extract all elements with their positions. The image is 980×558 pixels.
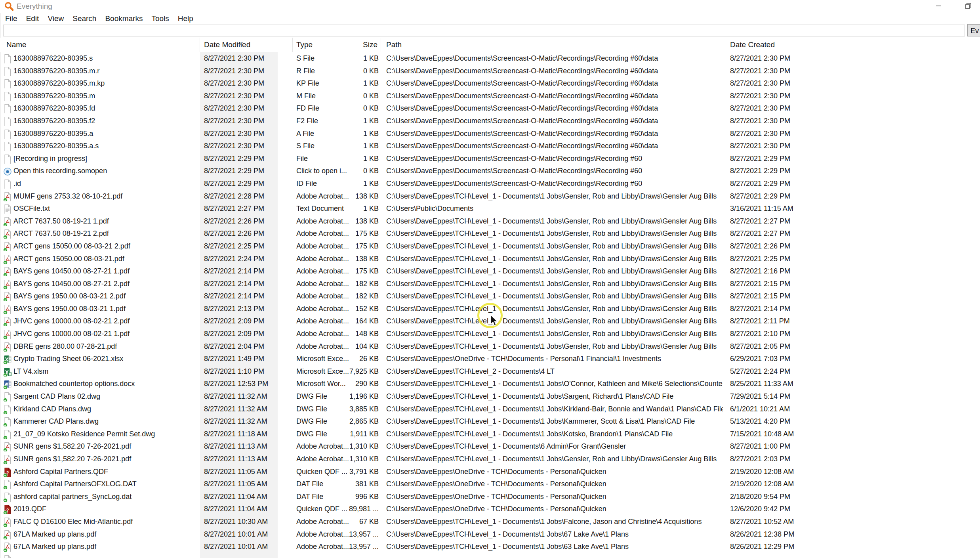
file-type: Quicken QDF ...: [296, 503, 349, 516]
file-size: 290 KB: [349, 378, 379, 390]
date-created: 8/27/2021 2:15 PM: [730, 278, 819, 290]
filter-dropdown-button[interactable]: Ev: [967, 24, 980, 36]
file-row[interactable]: 21_07_09 Kotsko Residence Permit Set.dwg…: [0, 428, 980, 441]
column-header-name[interactable]: Name: [0, 38, 200, 52]
file-list: 1630088976220-80395.s8/27/2021 2:30 PMS …: [0, 52, 980, 558]
file-row[interactable]: 67LA Marked up plans.pdf8/27/2021 10:01 …: [0, 541, 980, 553]
date-created: 8/27/2021 2:14 PM: [730, 303, 819, 315]
date-modified: 8/27/2021 2:04 PM: [204, 340, 291, 353]
pdf-file-icon: [3, 229, 13, 239]
file-name: BAYS gens 1950.00 08-03-21 1.pdf: [13, 303, 199, 315]
date-modified: 8/27/2021 11:32 AM: [204, 415, 291, 428]
file-row[interactable]: 67LA Marked up plans.pdf8/27/2021 10:01 …: [0, 528, 980, 541]
file-row[interactable]: JHVC gens 10000.00 08-02-21 2.pdf8/27/20…: [0, 315, 980, 328]
file-size: 138 KB: [349, 190, 379, 203]
file-row[interactable]: FALC Q D16100 Elec Mid-Atlantic.pdf8/27/…: [0, 516, 980, 528]
file-row[interactable]: BAYS gens 1950.00 08-03-21 2.pdf8/27/202…: [0, 290, 980, 303]
file-size: 1 KB: [349, 128, 379, 140]
date-created: 8/27/2021 2:29 PM: [730, 178, 819, 190]
file-row[interactable]: BAYS gens 10450.00 08-27-21 2.pdf8/27/20…: [0, 278, 980, 290]
file-row[interactable]: DBRE gens 280.00 07-28-21.pdf8/27/2021 2…: [0, 340, 980, 353]
date-modified: 8/27/2021 2:30 PM: [204, 90, 291, 103]
file-row[interactable]: Crypto Trading Sheet 06-2021.xlsx8/27/20…: [0, 353, 980, 365]
search-input[interactable]: [3, 25, 965, 36]
file-row[interactable]: ARCT 7637.50 08-19-21 2.pdf8/27/2021 2:2…: [0, 227, 980, 240]
file-row[interactable]: Ashford Capital PartnersOFXLOG.DAT8/27/2…: [0, 478, 980, 491]
file-name: 67LA Marked up plans.pdf: [13, 541, 199, 553]
file-type: Adobe Acrobat...: [296, 303, 349, 315]
file-row[interactable]: ?2019.QDF8/27/2021 11:04 AMQuicken QDF .…: [0, 503, 980, 516]
file-row[interactable]: 1630088976220-80395.a.s8/27/2021 2:30 PM…: [0, 140, 980, 153]
file-row[interactable]: BAYS gens 1950.00 08-03-21 1.pdf8/27/202…: [0, 303, 980, 315]
file-row[interactable]: Sargent CAD Plans 02.dwg8/27/2021 11:32 …: [0, 390, 980, 403]
file-row[interactable]: BAYS gens 10450.00 08-27-21 1.pdf8/27/20…: [0, 265, 980, 278]
file-name: 2019.QDF: [13, 503, 199, 516]
file-row[interactable]: ARCT gens 15050.00 08-03-21 2.pdf8/27/20…: [0, 240, 980, 253]
date-modified: [204, 553, 291, 558]
file-size: 148 KB: [349, 328, 379, 340]
file-row[interactable]: 1630088976220-80395.s8/27/2021 2:30 PMS …: [0, 52, 980, 65]
file-name: Kirkland CAD Plans.dwg: [13, 403, 199, 416]
dat-file-icon: [3, 492, 13, 502]
file-row[interactable]: 1630088976220-80395.m.kp8/27/2021 2:30 P…: [0, 77, 980, 90]
date-created: 5/13/2021 4:20 PM: [730, 415, 819, 428]
dwg-file-icon: [3, 417, 13, 426]
file-row[interactable]: ARCT 7637.50 08-19-21 1.pdf8/27/2021 2:2…: [0, 215, 980, 228]
column-header-type[interactable]: Type: [293, 38, 350, 52]
date-modified: 8/27/2021 11:13 AM: [204, 453, 291, 466]
pdf-file-icon: [3, 342, 13, 352]
file-path: C:\Users\DaveEppes\TCH\Level_1 - Documen…: [386, 265, 723, 278]
column-header-date-created[interactable]: Date Created: [724, 38, 815, 52]
menu-item-tools[interactable]: Tools: [147, 13, 173, 24]
file-row[interactable]: 1630088976220-80395.m8/27/2021 2:30 PMM …: [0, 90, 980, 103]
file-row[interactable]: ARCT gens 15050.00 08-03-21.pdf8/27/2021…: [0, 253, 980, 266]
file-type: Microsoft Exce...: [296, 365, 349, 378]
file-row[interactable]: .id8/27/2021 2:29 PMID File1 KBC:\Users\…: [0, 178, 980, 190]
file-row[interactable]: SUNR gens $1,582.20 7-26-2021.pdf8/27/20…: [0, 440, 980, 453]
menu-item-help[interactable]: Help: [174, 13, 198, 24]
file-row[interactable]: Open this recording.somopen8/27/2021 2:2…: [0, 165, 980, 178]
date-created: 8/27/2021 2:30 PM: [730, 65, 819, 78]
file-row[interactable]: SUNR gens $1,582.20 7-26-2021.pdf8/27/20…: [0, 453, 980, 466]
file-row[interactable]: ?Ashford Capital Partners.QDF8/27/2021 1…: [0, 466, 980, 478]
file-row[interactable]: LT V4.xlsm8/27/2021 1:10 PMMicrosoft Exc…: [0, 365, 980, 378]
file-row[interactable]: OSCFile.txt8/27/2021 2:27 PMText Documen…: [0, 203, 980, 215]
file-path: C:\Users\DaveEppes\TCH\Level_1 - Documen…: [386, 453, 723, 466]
date-created: 8/27/2021 2:10 PM: [730, 328, 819, 340]
file-row[interactable]: 1630088976220-80395.a8/27/2021 2:30 PMA …: [0, 128, 980, 140]
file-row[interactable]: JHVC gens 10000.00 08-02-21 1.pdf8/27/20…: [0, 328, 980, 340]
pdf-file-icon: [3, 304, 13, 314]
file-row[interactable]: [Recording in progress]8/27/2021 2:29 PM…: [0, 153, 980, 165]
minimize-button[interactable]: [927, 0, 951, 12]
file-size: 1,310 KB: [349, 453, 379, 466]
file-path: C:\Users\DaveEppes\TCH\Level_1 - Documen…: [386, 215, 723, 228]
file-row[interactable]: Kammerer CAD Plans.dwg8/27/2021 11:32 AM…: [0, 415, 980, 428]
file-row[interactable]: 1630088976220-80395.m.r8/27/2021 2:30 PM…: [0, 65, 980, 78]
file-row[interactable]: Bookmatched countertop options.docx8/27/…: [0, 378, 980, 390]
file-row-partial[interactable]: [0, 553, 980, 558]
file-row[interactable]: 1630088976220-80395.f28/27/2021 2:30 PMF…: [0, 115, 980, 128]
date-created: 8/27/2021 2:30 PM: [730, 90, 819, 103]
file-type: Adobe Acrobat...: [296, 240, 349, 253]
menu-item-bookmarks[interactable]: Bookmarks: [101, 13, 147, 24]
file-type: Adobe Acrobat...: [296, 253, 349, 266]
file-name: FALC Q D16100 Elec Mid-Atlantic.pdf: [13, 516, 199, 528]
menu-item-edit[interactable]: Edit: [22, 13, 44, 24]
menu-item-file[interactable]: File: [1, 13, 22, 24]
column-header-date-modified[interactable]: Date Modified: [200, 38, 293, 52]
date-created: 8/25/2021 11:33 AM: [730, 378, 819, 390]
file-row[interactable]: 1630088976220-80395.fd8/27/2021 2:30 PMF…: [0, 102, 980, 115]
file-row[interactable]: MUMF gens 2753.32 08-10-21.pdf8/27/2021 …: [0, 190, 980, 203]
menu-item-search[interactable]: Search: [68, 13, 101, 24]
file-name: [Recording in progress]: [13, 153, 199, 165]
column-header-size[interactable]: Size: [350, 38, 381, 52]
file-row[interactable]: Kirkland CAD Plans.dwg8/27/2021 11:32 AM…: [0, 403, 980, 416]
file-name: 1630088976220-80395.a.s: [13, 140, 199, 153]
file-name: 1630088976220-80395.fd: [13, 102, 199, 115]
file-row[interactable]: ashford capital partners_SyncLog.dat8/27…: [0, 491, 980, 503]
file-name: ARCT 7637.50 08-19-21 2.pdf: [13, 227, 199, 240]
menu-item-view[interactable]: View: [43, 13, 68, 24]
column-header-path[interactable]: Path: [381, 38, 724, 52]
maximize-button[interactable]: [956, 0, 980, 12]
file-name: Open this recording.somopen: [13, 165, 199, 178]
